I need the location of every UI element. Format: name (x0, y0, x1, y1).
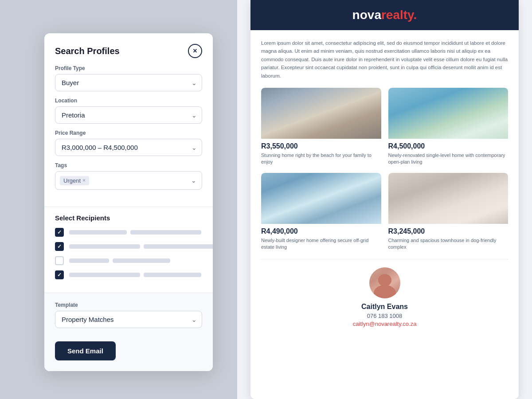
location-group: Location Pretoria ⌄ (55, 98, 202, 124)
property-image-4 (388, 173, 509, 224)
email-preview-panel: novarealty. Lorem ipsum dolor sit amet, … (237, 0, 532, 399)
brand-logo: novarealty. (352, 8, 417, 22)
property-desc-2: Newly-renovated single-level home with c… (388, 152, 509, 166)
price-range-select[interactable]: R3,000,000 – R4,500,000 (55, 139, 202, 156)
recipient-checkbox-3[interactable] (55, 256, 64, 265)
agent-avatar (369, 267, 400, 298)
left-panel-wrapper: Search Profiles × Profile Type Buyer ⌄ L… (0, 0, 257, 399)
profile-type-group: Profile Type Buyer ⌄ (55, 65, 202, 91)
skeleton-name-3 (69, 258, 109, 263)
email-body: Lorem ipsum dolor sit amet, consectetur … (250, 30, 519, 345)
send-email-button[interactable]: Send Email (55, 341, 116, 360)
recipient-row-4 (69, 273, 201, 277)
agent-email: caitlyn@novarealty.co.za (270, 321, 499, 327)
skeleton-detail-4 (144, 273, 201, 277)
email-divider (261, 259, 508, 259)
section-divider (44, 207, 213, 207)
skeleton-name-2 (69, 244, 140, 249)
tag-remove-icon[interactable]: × (82, 177, 86, 184)
filters-section: Profile Type Buyer ⌄ Location Pretoria ⌄ (44, 65, 213, 205)
panel-header: Search Profiles × (44, 33, 213, 65)
property-image-1 (261, 88, 381, 139)
location-select[interactable]: Pretoria (55, 106, 202, 124)
recipient-info-1 (69, 230, 201, 235)
profile-type-select[interactable]: Buyer (55, 74, 202, 91)
recipient-info-3 (69, 258, 170, 263)
property-image-3 (261, 173, 381, 224)
recipient-info-4 (69, 273, 201, 277)
recipient-item-4 (55, 270, 202, 279)
recipients-title: Select Recipients (55, 214, 202, 222)
property-card-4: R3,245,000 Charming and spacious townhou… (388, 173, 509, 251)
skeleton-name-1 (69, 230, 127, 235)
tag-urgent: Urgent × (60, 176, 89, 185)
skeleton-detail-2 (144, 244, 213, 249)
template-group: Template Property Matches ⌄ (55, 302, 202, 328)
template-select-wrapper: Property Matches ⌄ (55, 311, 202, 328)
skeleton-detail-1 (130, 230, 201, 235)
recipient-list (55, 228, 202, 279)
property-card-2: R4,500,000 Newly-renovated single-level … (388, 88, 509, 166)
skeleton-name-4 (69, 273, 140, 277)
recipient-item-1 (55, 228, 202, 237)
property-grid: R3,550,000 Stunning home right by the be… (261, 88, 508, 251)
location-label: Location (55, 98, 202, 104)
agent-name: Caitlyn Evans (270, 303, 499, 311)
price-range-group: Price Range R3,000,000 – R4,500,000 ⌄ (55, 130, 202, 156)
recipient-item-3 (55, 256, 202, 265)
property-desc-1: Stunning home right by the beach for you… (261, 152, 381, 166)
property-desc-3: Newly-built designer home offering secur… (261, 237, 381, 251)
recipient-checkbox-1[interactable] (55, 228, 64, 237)
email-content: novarealty. Lorem ipsum dolor sit amet, … (250, 0, 519, 399)
recipient-row-3 (69, 258, 170, 263)
property-price-1: R3,550,000 (261, 142, 381, 150)
template-select[interactable]: Property Matches (55, 311, 202, 328)
email-intro-text: Lorem ipsum dolor sit amet, consectetur … (261, 39, 508, 80)
recipients-section: Select Recipients (44, 214, 213, 293)
recipient-row-2 (69, 244, 213, 249)
price-range-select-wrapper: R3,000,000 – R4,500,000 ⌄ (55, 139, 202, 156)
template-section: Template Property Matches ⌄ Send Email (44, 293, 213, 371)
recipient-checkbox-4[interactable] (55, 270, 64, 279)
location-select-wrapper: Pretoria ⌄ (55, 106, 202, 124)
recipient-item-2 (55, 242, 202, 251)
agent-section: Caitlyn Evans 076 183 1008 caitlyn@novar… (261, 267, 508, 336)
tags-group: Tags Urgent × ⌄ (55, 162, 202, 190)
property-desc-4: Charming and spacious townhouse in dog-f… (388, 237, 509, 251)
panel-title: Search Profiles (55, 46, 120, 56)
property-price-3: R4,490,000 (261, 227, 381, 235)
property-card-3: R4,490,000 Newly-built designer home off… (261, 173, 381, 251)
property-image-2 (388, 88, 509, 139)
profile-type-select-wrapper: Buyer ⌄ (55, 74, 202, 91)
tags-label: Tags (55, 162, 202, 168)
property-price-4: R3,245,000 (388, 227, 509, 235)
property-price-2: R4,500,000 (388, 142, 509, 150)
search-panel: Search Profiles × Profile Type Buyer ⌄ L… (44, 33, 213, 371)
property-card-1: R3,550,000 Stunning home right by the be… (261, 88, 381, 166)
recipient-info-2 (69, 244, 213, 249)
template-label: Template (55, 302, 202, 308)
agent-phone: 076 183 1008 (270, 313, 499, 319)
recipient-row-1 (69, 230, 201, 235)
price-range-label: Price Range (55, 130, 202, 136)
close-button[interactable]: × (188, 44, 202, 58)
profile-type-label: Profile Type (55, 65, 202, 71)
email-brand-header: novarealty. (250, 0, 519, 30)
tags-field[interactable]: Urgent × ⌄ (55, 171, 202, 190)
tags-chevron-icon: ⌄ (191, 177, 196, 184)
skeleton-detail-3 (113, 258, 170, 263)
tag-urgent-label: Urgent (63, 177, 81, 184)
recipient-checkbox-2[interactable] (55, 242, 64, 251)
